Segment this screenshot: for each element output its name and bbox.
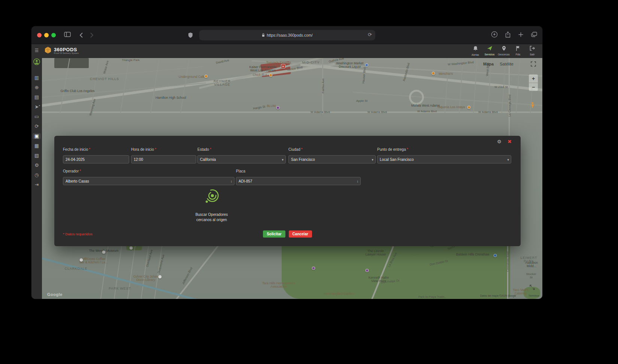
map-icon[interactable]: ▧ (31, 153, 42, 159)
map-label: BLUM (267, 104, 276, 108)
traffic-lights (37, 33, 56, 37)
radar-search-icon[interactable] (203, 188, 220, 205)
map-marker[interactable] (80, 259, 83, 262)
field-estado: Estado* California ▾ (197, 147, 286, 163)
ciudad-select[interactable]: San Francisco (288, 155, 376, 163)
map-marker[interactable] (205, 75, 208, 78)
shield-icon[interactable] (188, 32, 193, 40)
nav-item-pdis[interactable]: Pdis (511, 46, 525, 56)
map-terms-link[interactable]: Términos (528, 294, 539, 297)
app-topbar: 360PODS Proof Of Delivery System Alertas… (42, 44, 542, 58)
punto-entrega-label: Punto de entrega (377, 147, 406, 152)
map-road (445, 58, 449, 113)
modal-settings-icon[interactable]: ⚙ (497, 139, 502, 144)
menu-icon[interactable]: ☰ (31, 48, 42, 53)
map-marker[interactable] (365, 64, 369, 67)
solicitar-button[interactable]: Solicitar (263, 230, 285, 238)
map-label: Hargis St (253, 105, 266, 110)
pegman-icon[interactable] (531, 102, 534, 110)
map-label: Griffin Club Los Angeles (60, 89, 94, 93)
modal-buttons: Solicitar Cancelar (54, 230, 521, 238)
modal-close-icon[interactable]: ✖ (508, 139, 512, 144)
forward-icon[interactable] (90, 33, 94, 39)
map-marker[interactable] (467, 106, 471, 109)
url-bar[interactable]: https://saas.360pods.com/ ⟳ (199, 30, 375, 40)
expand-map-icon[interactable] (530, 285, 535, 291)
map-type-satellite[interactable]: Satélite (500, 62, 514, 66)
radar-search-text: Buscar Operadores cercanos al origen (174, 212, 249, 223)
traffic-light-2[interactable] (51, 33, 56, 37)
map-marker[interactable] (366, 269, 369, 272)
services-icon[interactable]: ▣ (33, 133, 41, 139)
map-area-patch (54, 58, 89, 68)
zoom-out-button[interactable]: − (529, 83, 538, 91)
nav-item-servicios[interactable]: Servicios (482, 46, 497, 56)
sidebar-toggle-icon[interactable] (64, 32, 71, 39)
fullscreen-icon[interactable] (531, 61, 536, 68)
nav-item-alertas[interactable]: Alertas (468, 46, 482, 56)
hora-inicio-input[interactable] (131, 155, 196, 163)
settings-icon[interactable]: ⚙ (31, 162, 42, 168)
logo-title: 360PODS (54, 48, 79, 52)
map-marker[interactable] (102, 251, 106, 254)
map-type-control: Mapa Satélite (483, 62, 514, 66)
map-marker[interactable] (432, 72, 435, 75)
estado-label: Estado (197, 147, 209, 152)
grid-icon[interactable]: ▦ (31, 143, 42, 149)
zoom-in-button[interactable]: + (529, 74, 538, 83)
traffic-light-0[interactable] (37, 33, 42, 37)
tab-overview-icon[interactable] (531, 32, 537, 39)
map-road (90, 58, 99, 114)
service-request-modal: ⚙ ✖ Fecha de inicio* Hora de inicio* Est… (54, 136, 521, 246)
operador-select[interactable]: Alberto Casas (63, 177, 234, 185)
zoom-control: + − (529, 74, 538, 91)
browser-toolbar: https://saas.360pods.com/ ⟳ (31, 26, 542, 44)
dispatch-icon[interactable]: ➤ (31, 104, 42, 110)
download-icon[interactable] (491, 31, 498, 39)
hospital-marker[interactable]: H (281, 64, 285, 68)
logout-icon[interactable]: ⇥ (31, 182, 42, 188)
estado-select[interactable]: California (197, 155, 286, 163)
map-marker[interactable] (276, 106, 280, 110)
map-road (353, 92, 542, 106)
sync-icon[interactable]: ⟳ (31, 123, 42, 129)
folder-icon[interactable]: ▭ (31, 114, 42, 120)
new-tab-icon[interactable] (518, 32, 524, 39)
cancelar-button[interactable]: Cancelar (289, 230, 312, 238)
nav-item-salir[interactable]: Salir (525, 46, 539, 56)
globe-icon[interactable]: ⊕ (31, 85, 42, 91)
bell-icon (473, 46, 478, 53)
topnav: Alertas Servicios Geocercas Pdis Salir (468, 46, 539, 56)
fecha-inicio-input[interactable] (63, 155, 129, 163)
map-label: David Ave (216, 58, 230, 64)
lock-icon (262, 33, 265, 38)
map-marker[interactable] (494, 254, 497, 257)
map-label: W Washington Blvd (448, 61, 474, 66)
history-icon[interactable]: ◷ (31, 172, 42, 178)
nav-item-geocercas[interactable]: Geocercas (497, 46, 511, 56)
map-interchange-loop (409, 90, 424, 105)
map-label: PARK WEST (109, 287, 131, 290)
map-marker[interactable] (158, 275, 162, 279)
user-avatar[interactable] (31, 58, 42, 67)
map-road (120, 58, 129, 114)
map-marker[interactable] (312, 267, 315, 270)
map-type-map[interactable]: Mapa (483, 62, 494, 66)
map-label: CHEVIOT HILLS (90, 77, 119, 81)
map-road (42, 254, 212, 299)
app-sidebar: ☰ ▸ ▥⊕▤➤▭⟳▣▦▧⚙◷⇥ (31, 44, 42, 299)
list-icon[interactable]: ▤ (31, 94, 42, 100)
refresh-icon[interactable]: ⟳ (368, 32, 372, 37)
back-icon[interactable] (79, 33, 83, 39)
google-logo: Google (47, 292, 63, 297)
map-road (459, 58, 463, 113)
map-label: Apple St (356, 99, 367, 103)
placa-select[interactable]: ADI-857 (236, 177, 361, 185)
traffic-light-1[interactable] (44, 33, 49, 37)
stats-icon[interactable]: ▥ (31, 75, 42, 81)
punto-entrega-select[interactable]: Local San Francisco (377, 155, 511, 163)
share-icon[interactable] (505, 31, 511, 39)
map-marker[interactable] (130, 247, 133, 250)
map-marker[interactable] (269, 74, 273, 77)
map-label: Audubon Midd... (525, 261, 538, 268)
